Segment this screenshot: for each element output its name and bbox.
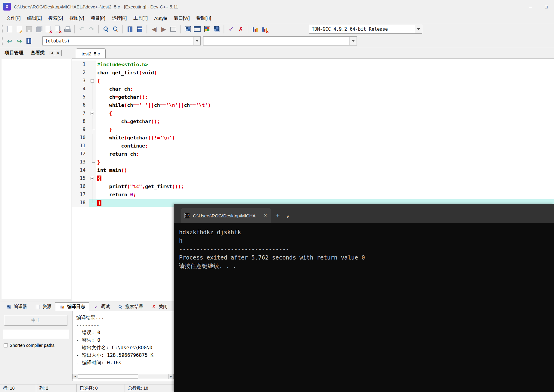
code-text[interactable]: printf("%c",get_first());: [96, 182, 554, 191]
line-number[interactable]: 15: [72, 174, 89, 182]
code-line-12[interactable]: 12 return ch;: [72, 150, 554, 158]
terminal-titlebar[interactable]: C:\ C:\Users\ROG\Desktop\MICHA × + ∨: [174, 204, 554, 223]
code-line-16[interactable]: 16 printf("%c",get_first());: [72, 182, 554, 191]
menu-help[interactable]: 帮助[H]: [193, 14, 214, 23]
code-text[interactable]: continue;: [96, 142, 554, 150]
run-button[interactable]: [193, 24, 202, 34]
syntax-check-button[interactable]: ✓: [226, 24, 236, 34]
profile-button[interactable]: [250, 24, 260, 34]
minimize-button[interactable]: ─: [523, 0, 538, 13]
menu-edit[interactable]: 编辑[E]: [24, 14, 45, 23]
abort-button[interactable]: 中止: [4, 315, 67, 326]
code-line-17[interactable]: 17 return 0;: [72, 191, 554, 199]
code-text[interactable]: return ch;: [96, 150, 554, 158]
line-number[interactable]: 1: [72, 61, 89, 69]
line-number[interactable]: 5: [72, 93, 89, 101]
bottom-tab-close[interactable]: ✗关闭: [147, 302, 171, 311]
menu-window[interactable]: 窗口[W]: [171, 14, 193, 23]
code-text[interactable]: {: [96, 109, 554, 117]
find-button[interactable]: [101, 24, 111, 34]
bottom-tab-debug[interactable]: ✓调试: [89, 302, 113, 311]
line-number[interactable]: 4: [72, 85, 89, 93]
code-text[interactable]: }: [96, 158, 554, 166]
scroll-right-arrow-icon[interactable]: ▶: [168, 374, 173, 379]
code-text[interactable]: ch=getchar();: [96, 93, 554, 101]
code-text[interactable]: int main(): [96, 166, 554, 174]
sidebar-tab-project-manager[interactable]: 项目管理: [1, 47, 27, 58]
terminal-tab[interactable]: C:\ C:\Users\ROG\Desktop\MICHA ×: [181, 208, 271, 223]
line-number[interactable]: 11: [72, 142, 89, 150]
line-number[interactable]: 10: [72, 134, 89, 142]
code-text[interactable]: #include<stdio.h>: [96, 61, 554, 69]
tab-scroll-left-button[interactable]: ◀: [49, 50, 55, 56]
code-line-7[interactable]: 7 {: [72, 109, 554, 117]
class-browser-button[interactable]: [24, 36, 34, 46]
menu-astyle[interactable]: AStyle: [151, 14, 171, 22]
code-text[interactable]: }: [96, 126, 554, 134]
menu-search[interactable]: 搜索[S]: [45, 14, 66, 23]
compile-run-button[interactable]: [202, 24, 212, 34]
line-number[interactable]: 14: [72, 166, 89, 174]
line-number[interactable]: 6: [72, 101, 89, 109]
maximize-button[interactable]: □: [538, 0, 554, 13]
bottom-tab-search-results[interactable]: 搜索结果: [113, 302, 147, 311]
scroll-left-arrow-icon[interactable]: ◀: [73, 374, 78, 379]
menu-view[interactable]: 视图[V]: [66, 14, 87, 23]
code-text[interactable]: {: [96, 77, 554, 85]
menu-tools[interactable]: 工具[T]: [130, 14, 151, 23]
code-line-4[interactable]: 4 char ch;: [72, 85, 554, 93]
code-line-14[interactable]: 14int main(): [72, 166, 554, 174]
save-all-button[interactable]: [34, 24, 43, 34]
tab-scroll-right-button[interactable]: ▶: [56, 50, 62, 56]
terminal-dropdown-icon[interactable]: ∨: [286, 214, 289, 219]
line-number[interactable]: 18: [72, 199, 89, 207]
code-text[interactable]: char get_first(void): [96, 69, 554, 77]
line-number[interactable]: 16: [72, 182, 89, 191]
chevron-down-icon[interactable]: [193, 37, 200, 45]
code-line-1[interactable]: 1#include<stdio.h>: [72, 61, 554, 69]
code-line-13[interactable]: 13}: [72, 158, 554, 166]
new-file-button[interactable]: [5, 24, 14, 34]
open-file-button[interactable]: [14, 24, 24, 34]
delete-profiling-button[interactable]: [260, 24, 270, 34]
code-text[interactable]: ch=getchar();: [96, 117, 554, 126]
shorten-paths-checkbox[interactable]: [4, 343, 8, 347]
log-horizontal-scrollbar[interactable]: ◀ ▶: [73, 374, 174, 379]
fold-collapse-icon[interactable]: [91, 177, 94, 180]
close-file-button[interactable]: [43, 24, 53, 34]
line-number[interactable]: 3: [72, 77, 89, 85]
sidebar-tab-class-view[interactable]: 查看类: [27, 47, 48, 58]
chevron-down-icon[interactable]: [349, 37, 357, 45]
bottom-tab-resources[interactable]: 资源: [31, 302, 55, 311]
bottom-tab-compile-log[interactable]: 编译日志: [55, 302, 89, 311]
line-number[interactable]: 9: [72, 126, 89, 134]
editor-tab-test2_5[interactable]: test2_5.c: [76, 48, 106, 58]
fold-collapse-icon[interactable]: [91, 112, 94, 115]
terminal-new-tab-button[interactable]: +: [276, 212, 280, 219]
compiler-select[interactable]: TDM-GCC 4.9.2 64-bit Release: [309, 25, 422, 34]
code-line-15[interactable]: 15{: [72, 174, 554, 182]
terminal-tab-close-icon[interactable]: ×: [263, 213, 268, 219]
code-text[interactable]: while(ch==' '||ch=='\n'||ch=='\t'): [96, 101, 554, 109]
terminal-content[interactable]: hdszkfhdkz djskhfkh---------------------…: [174, 223, 554, 270]
scrollbar-thumb[interactable]: [78, 374, 138, 379]
redo-button[interactable]: ↷: [87, 24, 96, 34]
goto-declaration-button[interactable]: ↩: [5, 36, 14, 46]
code-line-2[interactable]: 2char get_first(void): [72, 69, 554, 77]
line-number[interactable]: 2: [72, 69, 89, 77]
code-line-5[interactable]: 5 ch=getchar();: [72, 93, 554, 101]
code-text[interactable]: {: [96, 174, 554, 182]
print-button[interactable]: [63, 24, 72, 34]
line-number[interactable]: 8: [72, 117, 89, 126]
code-line-9[interactable]: 9 }: [72, 126, 554, 134]
goto-line-button[interactable]: [135, 24, 144, 34]
project-panel[interactable]: [2, 59, 71, 299]
compile-button[interactable]: [183, 24, 193, 34]
forward-button[interactable]: ▶: [159, 24, 169, 34]
back-button[interactable]: ◀: [149, 24, 159, 34]
bottom-tab-compiler[interactable]: 编译器: [2, 302, 31, 311]
menu-project[interactable]: 项目[P]: [88, 14, 109, 23]
chevron-down-icon[interactable]: [415, 25, 422, 33]
code-text[interactable]: while(getchar()!='\n'): [96, 134, 554, 142]
code-text[interactable]: char ch;: [96, 85, 554, 93]
